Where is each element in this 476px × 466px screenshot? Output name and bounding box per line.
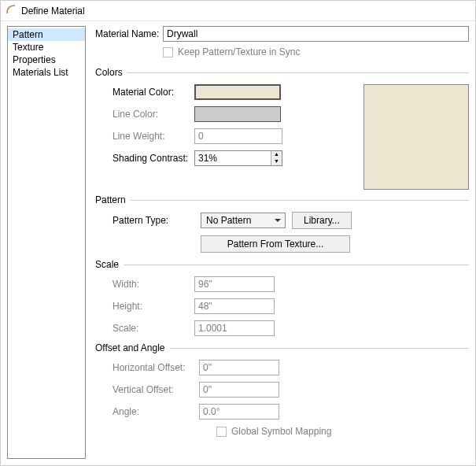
h-offset-input: [199, 360, 279, 375]
height-input: [194, 298, 275, 314]
line-weight-label: Line Weight:: [113, 131, 194, 142]
pattern-type-select[interactable]: No Pattern: [201, 213, 286, 228]
spinner-up-icon[interactable]: ▲: [271, 151, 282, 158]
global-symbol-label: Global Symbol Mapping: [231, 426, 331, 437]
colors-group-title: Colors: [95, 67, 469, 78]
scale-label: Scale:: [113, 323, 194, 334]
main-panel: Material Name: Keep Pattern/Texture in S…: [86, 26, 469, 459]
angle-input: [199, 404, 279, 420]
shading-contrast-input[interactable]: [194, 150, 282, 166]
v-offset-input: [199, 382, 279, 398]
line-color-swatch[interactable]: [194, 106, 281, 122]
keep-sync-label: Keep Pattern/Texture in Sync: [178, 46, 300, 57]
material-name-input[interactable]: [163, 26, 469, 42]
library-button[interactable]: Library...: [292, 212, 352, 229]
material-color-swatch[interactable]: [194, 84, 281, 100]
material-color-label: Material Color:: [113, 87, 194, 98]
shading-contrast-label: Shading Contrast:: [113, 153, 194, 164]
sidebar: Pattern Texture Properties Materials Lis…: [7, 26, 86, 459]
offset-group-title: Offset and Angle: [95, 342, 469, 353]
pattern-type-label: Pattern Type:: [113, 215, 194, 226]
pattern-group-title: Pattern: [95, 194, 469, 205]
material-name-label: Material Name:: [95, 28, 163, 39]
line-color-label: Line Color:: [113, 109, 194, 120]
material-preview: [363, 84, 469, 190]
sidebar-item-pattern[interactable]: Pattern: [8, 28, 85, 41]
titlebar: Define Material: [1, 1, 475, 21]
v-offset-label: Vertical Offset:: [113, 384, 199, 395]
width-input: [194, 276, 275, 292]
scale-input: [194, 320, 275, 336]
app-icon: [6, 4, 17, 17]
height-label: Height:: [113, 301, 194, 312]
scale-group-title: Scale: [95, 259, 469, 270]
width-label: Width:: [113, 279, 194, 290]
sidebar-item-materials-list[interactable]: Materials List: [8, 66, 85, 79]
line-weight-input: [194, 128, 282, 144]
sidebar-item-texture[interactable]: Texture: [8, 41, 85, 54]
angle-label: Angle:: [113, 406, 199, 417]
sidebar-item-properties[interactable]: Properties: [8, 54, 85, 66]
global-symbol-checkbox[interactable]: [216, 427, 227, 437]
pattern-from-texture-button[interactable]: Pattern From Texture...: [201, 235, 350, 253]
spinner-down-icon[interactable]: ▼: [271, 158, 282, 165]
keep-sync-checkbox[interactable]: [163, 47, 173, 57]
window-title: Define Material: [21, 6, 85, 17]
h-offset-label: Horizontal Offset:: [113, 362, 199, 373]
define-material-window: Define Material Pattern Texture Properti…: [0, 0, 476, 466]
